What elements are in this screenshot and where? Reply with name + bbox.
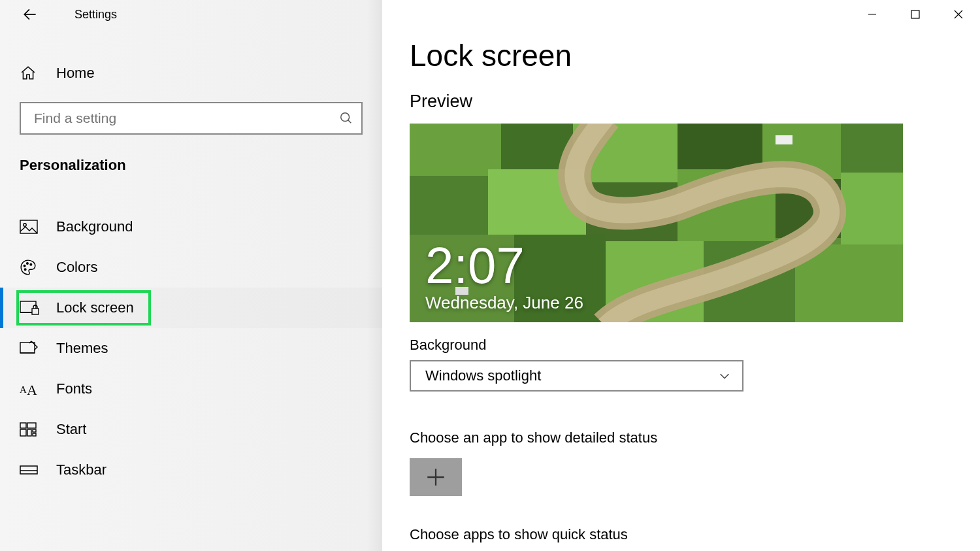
svg-rect-13 <box>27 423 36 428</box>
sidebar-item-lock-screen[interactable]: Lock screen <box>0 288 382 328</box>
close-button[interactable] <box>937 0 980 29</box>
fonts-icon: AA <box>20 382 56 396</box>
svg-point-2 <box>24 224 26 226</box>
lock-screen-preview: 2:07 Wednesday, June 26 <box>410 124 903 322</box>
sidebar-item-label: Fonts <box>56 380 92 397</box>
page-title: Lock screen <box>410 38 980 73</box>
titlebar-left: Settings <box>0 0 382 29</box>
detailed-status-label: Choose an app to show detailed status <box>410 429 980 446</box>
sidebar-item-label: Colors <box>56 259 98 276</box>
svg-rect-14 <box>20 429 26 436</box>
settings-window: Settings Home Personalization Background <box>0 0 980 551</box>
plus-icon <box>425 466 447 488</box>
preview-date: Wednesday, June 26 <box>425 293 583 313</box>
minimize-icon <box>867 9 877 20</box>
themes-icon <box>20 341 56 356</box>
preview-time: 2:07 <box>425 240 525 291</box>
window-controls <box>851 0 980 29</box>
sidebar-item-home[interactable]: Home <box>0 54 382 93</box>
sidebar-item-background[interactable]: Background <box>0 207 382 247</box>
svg-rect-25 <box>678 124 762 169</box>
svg-point-5 <box>30 263 32 265</box>
sidebar-item-label: Lock screen <box>56 299 134 316</box>
sidebar-item-taskbar[interactable]: Taskbar <box>0 450 382 490</box>
app-title: Settings <box>74 8 117 22</box>
svg-point-6 <box>24 269 26 271</box>
search-box[interactable] <box>20 102 363 135</box>
svg-point-3 <box>24 265 25 267</box>
svg-rect-19 <box>911 10 919 18</box>
search-icon <box>339 111 353 125</box>
home-icon <box>20 65 56 82</box>
nav-list: Background Colors Lock screen Theme <box>0 207 382 490</box>
svg-rect-17 <box>33 433 36 436</box>
back-button[interactable] <box>17 1 43 27</box>
svg-text:A: A <box>27 382 37 396</box>
sidebar: Settings Home Personalization Background <box>0 0 382 551</box>
search-input[interactable] <box>34 110 339 126</box>
sidebar-item-start[interactable]: Start <box>0 409 382 450</box>
arrow-left-icon <box>22 6 39 23</box>
category-heading: Personalization <box>20 157 382 174</box>
lock-screen-icon <box>20 301 56 315</box>
close-icon <box>953 9 964 20</box>
sidebar-item-label: Background <box>56 218 133 235</box>
chevron-down-icon <box>717 369 732 383</box>
dropdown-value: Windows spotlight <box>425 367 541 384</box>
sidebar-item-colors[interactable]: Colors <box>0 247 382 288</box>
taskbar-icon <box>20 465 56 475</box>
minimize-button[interactable] <box>851 0 894 29</box>
sidebar-item-label: Themes <box>56 340 108 357</box>
add-detailed-status-button[interactable] <box>410 458 462 496</box>
svg-rect-16 <box>33 429 36 432</box>
svg-rect-15 <box>27 429 31 436</box>
svg-rect-27 <box>841 124 903 173</box>
start-icon <box>20 422 56 437</box>
svg-rect-22 <box>410 124 501 176</box>
svg-rect-18 <box>20 466 37 474</box>
preview-heading: Preview <box>410 92 980 112</box>
sidebar-item-label: Taskbar <box>56 461 106 478</box>
svg-text:A: A <box>20 384 27 395</box>
svg-rect-28 <box>410 176 488 235</box>
palette-icon <box>20 259 56 276</box>
home-label: Home <box>56 65 95 82</box>
svg-rect-8 <box>32 309 39 314</box>
sidebar-item-themes[interactable]: Themes <box>0 328 382 369</box>
background-label: Background <box>410 337 980 354</box>
svg-rect-39 <box>776 135 792 144</box>
background-dropdown[interactable]: Windows spotlight <box>410 360 743 392</box>
sidebar-item-fonts[interactable]: AA Fonts <box>0 369 382 409</box>
picture-icon <box>20 220 56 234</box>
svg-rect-9 <box>20 342 35 353</box>
quick-status-label: Choose apps to show quick status <box>410 526 980 543</box>
main-content: Lock screen Preview <box>382 0 980 551</box>
svg-rect-33 <box>841 173 903 244</box>
svg-point-4 <box>27 263 29 265</box>
svg-point-0 <box>341 113 350 122</box>
maximize-button[interactable] <box>894 0 937 29</box>
sidebar-item-label: Start <box>56 421 86 438</box>
svg-rect-12 <box>20 423 26 428</box>
maximize-icon <box>911 10 920 19</box>
